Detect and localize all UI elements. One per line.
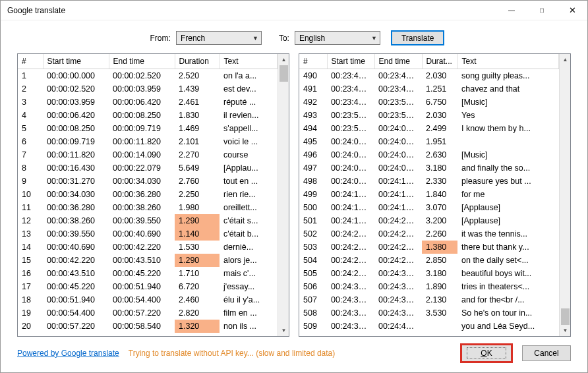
- scroll-thumb[interactable]: [561, 308, 570, 325]
- table-row[interactable]: 50100:24:17....00:24:20....3.200[Applaus…: [299, 214, 559, 227]
- cell: 1.439: [175, 82, 220, 96]
- col-start[interactable]: Start time: [43, 54, 109, 69]
- from-language-dropdown[interactable]: French ▼: [176, 31, 262, 45]
- cell: 1.840: [422, 188, 457, 201]
- cell: tout en ...: [220, 175, 278, 188]
- ok-button[interactable]: OK: [460, 343, 513, 363]
- table-row[interactable]: 1400:00:40.69000:00:42.2201.530derniè...: [18, 241, 278, 254]
- scroll-down-icon[interactable]: ▼: [278, 325, 289, 336]
- maximize-button[interactable]: □: [527, 1, 557, 20]
- col-num[interactable]: #: [18, 54, 43, 69]
- table-row[interactable]: 1300:00:39.55000:00:40.6901.140c'était b…: [18, 227, 278, 241]
- table-row[interactable]: 49700:24:06....00:24:09....3.180and fina…: [299, 161, 559, 175]
- table-row[interactable]: 2000:00:57.22000:00:58.5401.320non ils .…: [18, 320, 278, 333]
- table-row[interactable]: 49900:24:11....00:24:13....1.840for me: [299, 188, 559, 201]
- table-row[interactable]: 1600:00:43.51000:00:45.2201.710mais c'..…: [18, 267, 278, 280]
- cell: 509: [299, 320, 327, 333]
- col-num[interactable]: #: [299, 54, 327, 69]
- scroll-down-icon[interactable]: ▼: [560, 325, 571, 336]
- table-row[interactable]: 1100:00:36.28000:00:38.2601.980oreillett…: [18, 201, 278, 214]
- table-row[interactable]: 1000:00:34.03000:00:36.2802.250rien rie.…: [18, 188, 278, 201]
- cell: 8: [18, 161, 43, 175]
- cell: 1.980: [175, 201, 220, 214]
- col-end[interactable]: End time: [374, 54, 422, 69]
- cell: voici le ...: [220, 135, 278, 148]
- cell: [Applause]: [457, 214, 559, 227]
- table-row[interactable]: 49400:23:59....00:24:01....2.499I know t…: [299, 122, 559, 135]
- tables-row: # Start time End time Duration Text 100:…: [17, 53, 571, 337]
- source-scrollbar[interactable]: ▲ ▼: [278, 54, 289, 336]
- table-row[interactable]: 1700:00:45.22000:00:51.9406.720j'essay..…: [18, 280, 278, 293]
- target-table[interactable]: # Start time End time Durat... Text 4900…: [299, 54, 559, 333]
- table-row[interactable]: 500:00:08.25000:00:09.7191.469s'appell..…: [18, 122, 278, 135]
- table-row[interactable]: 300:00:03.95900:00:06.4202.461réputé ...: [18, 96, 278, 109]
- cell: 00:00:11.820: [43, 148, 109, 161]
- scroll-up-icon[interactable]: ▲: [278, 54, 289, 65]
- cell: 14: [18, 241, 43, 254]
- table-row[interactable]: 50700:24:34....00:24:36....2.130and for …: [299, 293, 559, 306]
- cell: 00:00:38.260: [109, 201, 175, 214]
- target-scrollbar[interactable]: ▲ ▼: [559, 54, 570, 336]
- translate-button[interactable]: Translate: [391, 30, 445, 45]
- cell: 494: [299, 122, 327, 135]
- table-row[interactable]: 49500:24:01....00:24:03....1.951: [299, 135, 559, 148]
- table-row[interactable]: 50300:24:24....00:24:26....1.380there bu…: [299, 241, 559, 254]
- cell: 00:00:42.220: [109, 241, 175, 254]
- powered-by-link[interactable]: Powered by Google translate: [17, 349, 119, 358]
- table-row[interactable]: 49800:24:09....00:24:11....2.330pleasure…: [299, 175, 559, 188]
- table-row[interactable]: 900:00:31.27000:00:34.0302.760tout en ..…: [18, 175, 278, 188]
- cell: 00:00:22.079: [109, 161, 175, 175]
- scroll-thumb[interactable]: [279, 65, 288, 82]
- table-row[interactable]: 50600:24:32....00:24:34....1.890tries in…: [299, 280, 559, 293]
- col-durat[interactable]: Durat...: [422, 54, 457, 69]
- cell: 00:00:39.550: [109, 214, 175, 227]
- table-row[interactable]: 50800:24:36....00:24:39....3.530So he's …: [299, 306, 559, 320]
- table-row[interactable]: 1200:00:38.26000:00:39.5501.290c'était s…: [18, 214, 278, 227]
- cell: 12: [18, 214, 43, 227]
- col-start[interactable]: Start time: [327, 54, 374, 69]
- cell: 00:00:14.090: [109, 148, 175, 161]
- col-text[interactable]: Text: [220, 54, 278, 69]
- cell: [457, 135, 559, 148]
- col-duration[interactable]: Duration: [175, 54, 220, 69]
- to-language-dropdown[interactable]: English ▼: [295, 31, 380, 45]
- table-row[interactable]: 700:00:11.82000:00:14.0902.270course: [18, 148, 278, 161]
- table-row[interactable]: 100:00:00.00000:00:02.5202.520on l'a a..…: [18, 69, 278, 83]
- minimize-button[interactable]: ―: [496, 1, 527, 20]
- table-row[interactable]: 1500:00:42.22000:00:43.5101.290alors je.…: [18, 254, 278, 267]
- table-row[interactable]: 50900:24:39....00:24:41....you and Léa S…: [299, 320, 559, 333]
- cell: 1.320: [175, 320, 220, 333]
- table-row[interactable]: 50400:24:26....00:24:28....2.850on the d…: [299, 254, 559, 267]
- table-row[interactable]: 50500:24:28....00:24:32....3.180beautifu…: [299, 267, 559, 280]
- cell: 5.649: [175, 161, 220, 175]
- cell: 00:00:42.220: [43, 254, 109, 267]
- cell: 00:00:03.959: [109, 82, 175, 96]
- table-row[interactable]: 49000:23:42....00:23:44....2.030song gui…: [299, 69, 559, 83]
- table-row[interactable]: 49200:23:46....00:23:52....6.750[Music]: [299, 96, 559, 109]
- col-text[interactable]: Text: [457, 54, 559, 69]
- table-row[interactable]: 400:00:06.42000:00:08.2501.830il revien.…: [18, 109, 278, 122]
- cell: 2.030: [422, 109, 457, 122]
- cell: 1.830: [175, 109, 220, 122]
- table-row[interactable]: 49600:24:03....00:24:06....2.630[Music]: [299, 148, 559, 161]
- table-row[interactable]: 200:00:02.52000:00:03.9591.439est dev...: [18, 82, 278, 96]
- cell: [Applause]: [457, 201, 559, 214]
- cell: 00:00:40.690: [109, 227, 175, 241]
- table-row[interactable]: 50200:24:22....00:24:24....2.260it was t…: [299, 227, 559, 241]
- table-row[interactable]: 49300:23:56....00:23:58....2.030Yes: [299, 109, 559, 122]
- cell: 2.270: [175, 148, 220, 161]
- close-button[interactable]: ✕: [557, 1, 587, 20]
- source-table[interactable]: # Start time End time Duration Text 100:…: [18, 54, 278, 333]
- cell: 502: [299, 227, 327, 241]
- cell: 3.180: [422, 161, 457, 175]
- col-end[interactable]: End time: [109, 54, 175, 69]
- scroll-up-icon[interactable]: ▲: [560, 54, 571, 65]
- cancel-button[interactable]: Cancel: [522, 345, 571, 361]
- table-row[interactable]: 800:00:16.43000:00:22.0795.649[Applau...: [18, 161, 278, 175]
- table-row[interactable]: 49100:23:44....00:23:46....1.251chavez a…: [299, 82, 559, 96]
- table-row[interactable]: 1800:00:51.94000:00:54.4002.460élu il y'…: [18, 293, 278, 306]
- table-row[interactable]: 50000:24:13....00:24:16....3.070[Applaus…: [299, 201, 559, 214]
- table-row[interactable]: 1900:00:54.40000:00:57.2202.820film en .…: [18, 306, 278, 320]
- cell: 2.461: [175, 96, 220, 109]
- table-row[interactable]: 600:00:09.71900:00:11.8202.101voici le .…: [18, 135, 278, 148]
